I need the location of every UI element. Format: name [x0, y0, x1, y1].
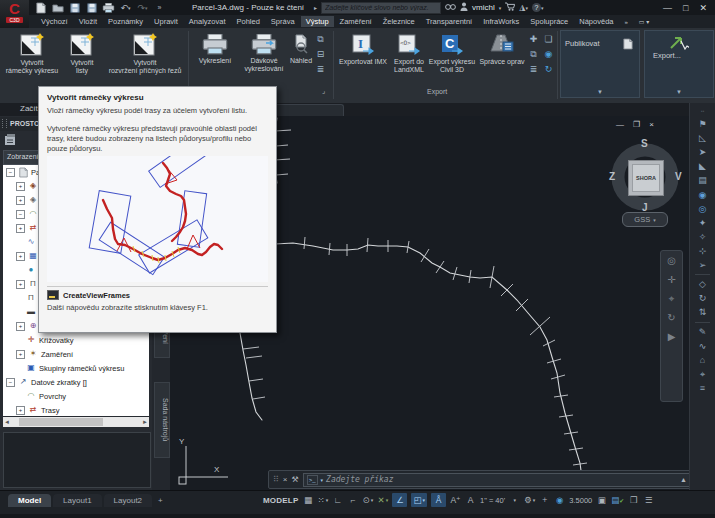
open-icon[interactable] [51, 2, 64, 14]
toolspace-icon[interactable] [4, 134, 17, 146]
minimize-button[interactable]: — [663, 3, 672, 13]
qat-customize-icon[interactable]: » [153, 2, 166, 14]
viewcube-face[interactable]: SHORA [628, 160, 664, 196]
expand-icon[interactable]: + [16, 182, 25, 191]
save-icon[interactable] [68, 2, 81, 14]
tool-icon-pointer[interactable]: ➤ [699, 147, 707, 157]
scroll-left-icon[interactable]: ◄ [3, 419, 11, 425]
tab-napoveda[interactable]: Nápověda [574, 16, 618, 27]
app-menu-button[interactable]: C C3D [0, 0, 29, 28]
layers-icon[interactable]: ▤✔ [611, 493, 624, 507]
clean-screen-icon[interactable]: ＋ [539, 493, 550, 507]
tab-spoluprace[interactable]: Spolupráce [525, 16, 573, 27]
steering-wheel-icon[interactable]: ◎ [667, 255, 676, 266]
command-line[interactable]: ⠿ × ⚒ >_ ▾ Zadejte příkaz ▲ [268, 470, 696, 489]
tree-item-intersections[interactable]: ✛Křižovatky [3, 333, 149, 347]
export-misc-icon-4[interactable]: ❏ [542, 33, 555, 45]
plot-preview-icon[interactable]: ⊟ [314, 48, 327, 60]
osnap-2d-icon[interactable]: ◰▾ [411, 493, 427, 507]
scrollbar-thumb[interactable] [19, 418, 103, 426]
tab-vlozit[interactable]: Vložit [74, 16, 102, 27]
tab-infraworks[interactable]: InfraWorks [478, 16, 524, 27]
expand-icon[interactable]: − [16, 210, 25, 219]
drawing-restore-icon[interactable]: ❐ [633, 120, 640, 129]
tab-vychozi[interactable]: Výchozí [36, 16, 73, 27]
publish-panel[interactable]: Publikovat ▼ [560, 30, 640, 98]
export-misc-icon-6[interactable]: ↻ [542, 63, 555, 75]
preview-button[interactable]: Náhled [288, 34, 314, 65]
plot-icon[interactable] [102, 2, 115, 14]
tool-icon-measure[interactable]: ◺ [699, 133, 706, 143]
showmotion-icon[interactable]: ▶ [668, 331, 676, 342]
tab-analyzovat[interactable]: Analyzovat [184, 16, 231, 27]
toolspace-grip[interactable] [2, 119, 7, 128]
layout1-tab[interactable]: Layout1 [53, 494, 101, 507]
scroll-right-icon[interactable]: ► [141, 419, 149, 425]
expand-icon[interactable]: + [16, 252, 25, 261]
dynamic-input-icon[interactable]: ∟ [332, 493, 343, 507]
tree-item-surfaces-shortcut[interactable]: ◠Povrchy [3, 389, 149, 403]
view-details-icon[interactable]: ≣ [314, 63, 327, 75]
tool-icon-rotate[interactable]: ↻ [699, 293, 707, 303]
ribbon-display-toggle-icon[interactable]: ▭ ▾ [634, 17, 654, 26]
annotation-scale-icon[interactable]: A [465, 493, 476, 507]
export-misc-icon-1[interactable]: ✚ [527, 33, 540, 45]
tab-zeleznice[interactable]: Železnice [378, 16, 420, 27]
expand-icon[interactable]: + [16, 280, 25, 289]
tool-icon-edit[interactable]: ✎ [699, 327, 707, 337]
polar-tracking-icon[interactable]: ⊙▾ [362, 493, 373, 507]
tree-item-survey[interactable]: +✶Zaměření [3, 347, 149, 361]
undo-icon[interactable]: ↶▾ [119, 2, 132, 14]
maximize-button[interactable]: □ [683, 3, 688, 13]
collapse-icon[interactable]: − [6, 378, 15, 387]
app-store-cart-icon[interactable] [505, 2, 515, 13]
customization-menu-icon[interactable]: ☰ [643, 493, 654, 507]
space-indicator[interactable]: MODELP [263, 496, 298, 505]
export-misc-icon-3[interactable]: ≣ [527, 63, 540, 75]
tool-icon-star2[interactable]: ✧ [699, 232, 707, 242]
tool-icon-snap[interactable]: ⊹ [699, 246, 707, 256]
tool-icon-sheets[interactable]: ▤ [698, 175, 707, 185]
elevation-sphere-icon[interactable]: ◉ [554, 493, 565, 507]
batch-plot-button[interactable]: Dávkové vykreslování [240, 34, 288, 73]
grid-toggle-icon[interactable]: ▦ [302, 493, 313, 507]
expand-icon[interactable]: + [16, 350, 25, 359]
command-close-icon[interactable]: × [283, 475, 288, 484]
tool-icon-world[interactable]: ◎ [699, 204, 707, 214]
drawing-close-icon[interactable]: × [649, 120, 654, 129]
new-layout-button[interactable]: + [154, 494, 167, 507]
close-button[interactable]: ✕ [699, 3, 707, 13]
osnap-toggle-icon[interactable]: ✕▾ [377, 493, 388, 507]
drawing-minimize-icon[interactable]: — [616, 120, 624, 129]
publish-dropdown-icon[interactable]: ▼ [597, 89, 603, 95]
create-section-layout-button[interactable]: Vytvořit rozvržení příčných řezů [104, 30, 186, 75]
orbit-icon[interactable]: ↻ [667, 312, 675, 323]
user-icon[interactable] [460, 2, 468, 13]
elevation-value[interactable]: 3.5000 [569, 493, 592, 507]
export-flyout-dropdown-icon[interactable]: ▼ [676, 89, 682, 95]
annotation-scale-value[interactable]: 1" = 40' [480, 493, 505, 507]
command-grip-icon[interactable]: ⠿ [273, 475, 279, 484]
expand-icon[interactable]: + [16, 406, 25, 415]
export-imx-button[interactable]: I Exportovat IMX [336, 34, 390, 66]
search-expand-icon[interactable]: ▸ [314, 4, 317, 11]
binoculars-icon[interactable] [445, 3, 456, 12]
user-dropdown-icon[interactable]: ▾ [499, 5, 502, 11]
tab-overflow-icon[interactable]: » [619, 18, 632, 26]
tool-icon-flag[interactable]: ⚑ [698, 119, 706, 129]
object-snap-tracking-icon[interactable]: ∠ [392, 493, 407, 507]
plot-button[interactable]: Vykreslení [192, 34, 238, 65]
viewcube[interactable]: S V J Z SHORA [607, 138, 683, 216]
scale-dropdown-icon[interactable]: ▾ [509, 493, 520, 507]
command-input[interactable]: >_ ▾ Zadejte příkaz ▲ [303, 473, 691, 487]
zoom-icon[interactable]: ⌖ [669, 293, 675, 304]
export-misc-icon-5[interactable]: ◉ [542, 48, 555, 60]
expand-icon[interactable]: + [16, 322, 25, 331]
tool-icon-list[interactable]: ≡ [700, 383, 705, 393]
command-expand-icon[interactable]: ▲ [680, 476, 687, 483]
tool-icon-home[interactable]: ⌂ [700, 355, 705, 365]
tree-item-alignments-shortcut[interactable]: +⇄Trasy [3, 403, 149, 416]
export-flyout-panel[interactable]: Export... ▼ [644, 30, 714, 98]
save-as-icon[interactable] [85, 2, 98, 14]
wcs-menu-button[interactable]: GSS▾ [622, 212, 668, 227]
